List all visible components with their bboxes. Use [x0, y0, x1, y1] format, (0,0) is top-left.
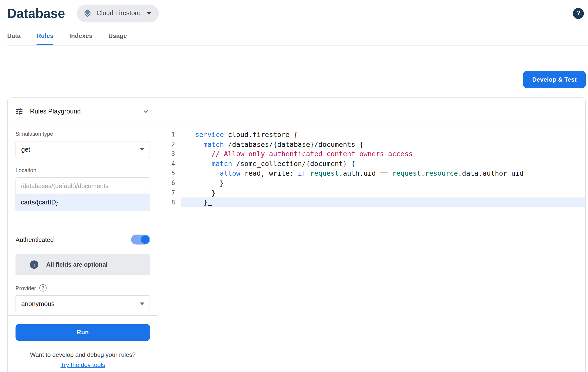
- page-title: Database: [7, 6, 65, 21]
- tabs-bar: Data Rules Indexes Usage: [7, 33, 588, 45]
- provider-value: anonymous: [21, 300, 55, 308]
- run-section: Run Want to develop and debug your rules…: [8, 316, 158, 372]
- line-number: 2: [158, 139, 181, 149]
- code-text: service cloud.firestore {: [181, 130, 585, 139]
- simulation-type-select[interactable]: get: [16, 141, 150, 158]
- line-number: 8: [158, 198, 181, 207]
- rules-playground-panel: Rules Playground Simulation type get Loc…: [8, 98, 158, 372]
- simulation-type-value: get: [21, 146, 30, 153]
- code-line: 2 match /databases/{database}/documents …: [158, 139, 585, 149]
- rules-code-editor[interactable]: 1service cloud.firestore {2 match /datab…: [158, 125, 585, 372]
- line-number: 3: [158, 149, 181, 159]
- simulation-section: Simulation type get Location /databases/…: [8, 125, 158, 211]
- tab-indexes-label: Indexes: [69, 33, 93, 39]
- code-text: }: [181, 188, 585, 197]
- text-cursor: [208, 198, 212, 206]
- question-mark-icon: ?: [576, 10, 580, 17]
- info-icon: i: [30, 261, 38, 269]
- line-number: 5: [158, 169, 181, 178]
- chevron-down-icon: [140, 148, 144, 151]
- provider-help-icon[interactable]: ?: [39, 284, 47, 292]
- product-selector[interactable]: Cloud Firestore: [77, 4, 159, 22]
- code-line: 4 match /some_collection/{document} {: [158, 159, 585, 168]
- tab-rules[interactable]: Rules: [29, 33, 61, 45]
- code-line: 7 }: [158, 188, 585, 197]
- code-line: 5 allow read, write: if request.auth.uid…: [158, 169, 585, 178]
- code-text: allow read, write: if request.auth.uid =…: [181, 169, 585, 178]
- chevron-down-icon: [147, 12, 151, 15]
- info-banner: i All fields are optional: [16, 254, 150, 275]
- tab-indexes[interactable]: Indexes: [61, 33, 101, 45]
- chevron-down-icon: [140, 303, 144, 305]
- location-base-path[interactable]: /databases/(default)/documents: [16, 178, 150, 194]
- auth-section: Authenticated i All fields are optional …: [8, 224, 158, 313]
- line-number: 6: [158, 178, 181, 188]
- rules-card: Rules Playground Simulation type get Loc…: [7, 98, 586, 372]
- playground-header: Rules Playground: [8, 98, 158, 125]
- rules-editor: 1service cloud.firestore {2 match /datab…: [158, 98, 585, 372]
- provider-select[interactable]: anonymous: [16, 295, 150, 313]
- code-text: match /databases/{database}/documents {: [181, 139, 585, 149]
- code-line: 3 // Allow only authenticated content ow…: [158, 149, 585, 159]
- provider-label-row: Provider ?: [16, 284, 150, 292]
- code-text: // Allow only authenticated content owne…: [181, 149, 585, 159]
- dev-tools-prompt: Want to develop and debug your rules?: [16, 352, 150, 358]
- collapse-chevron-icon[interactable]: [141, 107, 151, 116]
- product-selector-label: Cloud Firestore: [96, 10, 140, 17]
- code-line: 1service cloud.firestore {: [158, 130, 585, 139]
- info-message: All fields are optional: [46, 261, 108, 268]
- code-lines: 1service cloud.firestore {2 match /datab…: [158, 130, 585, 207]
- simulation-type-label: Simulation type: [16, 131, 150, 137]
- code-line: 6 }: [158, 178, 585, 188]
- line-number: 7: [158, 188, 181, 197]
- line-number: 1: [158, 130, 181, 139]
- firebase-database-page: Database Cloud Firestore ? Data Rules In…: [0, 0, 588, 372]
- code-line: 8 }: [158, 198, 585, 207]
- help-button[interactable]: ?: [573, 8, 584, 19]
- location-label: Location: [16, 167, 150, 173]
- tab-data-label: Data: [7, 33, 21, 39]
- line-number: 4: [158, 159, 181, 168]
- tab-usage-label: Usage: [108, 33, 127, 39]
- actions-row: Develop & Test: [0, 71, 588, 88]
- tab-data[interactable]: Data: [7, 33, 29, 45]
- code-text: }: [181, 198, 585, 207]
- code-text: match /some_collection/{document} {: [181, 159, 585, 168]
- authenticated-row: Authenticated: [16, 235, 150, 245]
- tab-rules-label: Rules: [37, 33, 54, 39]
- authenticated-toggle[interactable]: [131, 235, 150, 245]
- playground-title: Rules Playground: [30, 107, 81, 115]
- page-header: Database Cloud Firestore ?: [0, 0, 588, 23]
- authenticated-label: Authenticated: [16, 236, 54, 243]
- firestore-icon: [83, 9, 92, 18]
- develop-test-button[interactable]: Develop & Test: [523, 71, 586, 88]
- tune-icon: [15, 107, 23, 115]
- editor-toolbar: [158, 98, 585, 125]
- location-input-group: /databases/(default)/documents carts/{ca…: [16, 177, 150, 211]
- provider-label: Provider: [16, 285, 36, 291]
- run-button[interactable]: Run: [16, 324, 150, 341]
- code-text: }: [181, 178, 585, 188]
- toggle-thumb: [141, 236, 149, 244]
- tab-usage[interactable]: Usage: [101, 33, 135, 45]
- dev-tools-link[interactable]: Try the dev tools: [16, 362, 150, 368]
- location-path-input[interactable]: carts/{cartID}: [16, 194, 150, 211]
